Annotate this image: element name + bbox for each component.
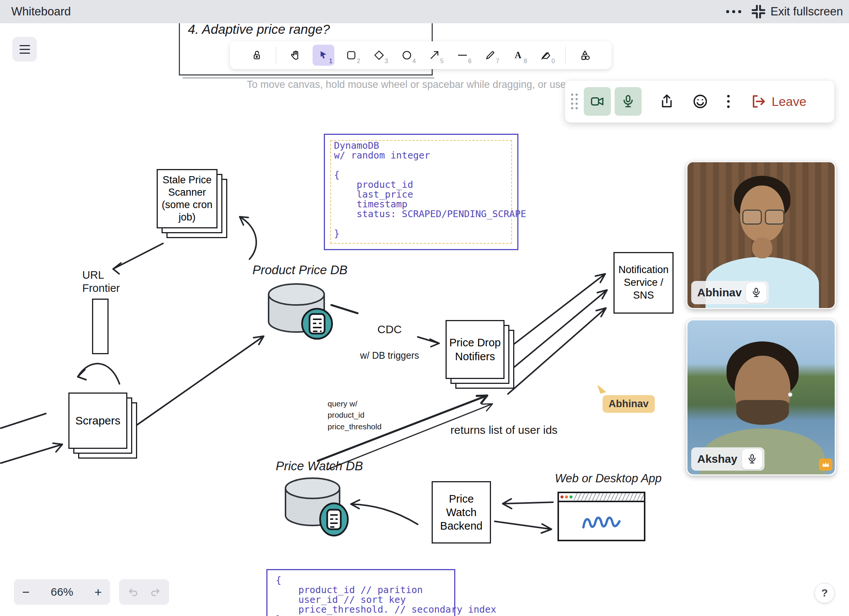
label-returns-user-ids[interactable]: returns list of user ids bbox=[450, 424, 557, 436]
arrow-frontier-to-scrapers-curved[interactable] bbox=[78, 364, 119, 384]
dynamodb-note-text: DynamoDBw/ random integer { product_id l… bbox=[334, 141, 526, 239]
zoom-in-button[interactable]: + bbox=[94, 586, 102, 598]
browser-titlebar bbox=[559, 493, 644, 502]
reactions-button[interactable] bbox=[692, 93, 709, 110]
eraser-tool-button[interactable]: 0 bbox=[535, 45, 557, 66]
unlocked-padlock-icon bbox=[251, 50, 262, 61]
schema-note-text: { product_id // parition user_id // sort… bbox=[276, 575, 496, 616]
draw-tool-button[interactable]: 7 bbox=[479, 45, 501, 66]
hand-icon bbox=[290, 50, 301, 61]
document-badge-icon bbox=[320, 503, 348, 536]
arrow-backend-to-watchdb[interactable] bbox=[351, 500, 418, 524]
drawing-toolbar: 1 2 3 4 5 bbox=[230, 41, 612, 69]
lock-tool-button[interactable] bbox=[246, 45, 267, 66]
more-options-icon[interactable] bbox=[726, 10, 741, 13]
exit-fullscreen-label: Exit fullscreen bbox=[770, 5, 843, 18]
arrow-notifiers-to-sns-2[interactable] bbox=[509, 290, 607, 371]
participant-tile-abhinav[interactable]: Abhinav bbox=[686, 161, 836, 309]
tool-shortcut: 8 bbox=[524, 58, 527, 65]
participant-tile-akshay[interactable]: Akshay bbox=[686, 319, 836, 476]
tool-shortcut: 1 bbox=[329, 58, 332, 65]
rectangle-tool-button[interactable]: 2 bbox=[340, 45, 362, 66]
rectangle-icon bbox=[346, 50, 357, 61]
exit-fullscreen-icon bbox=[752, 5, 765, 18]
schema-note-box[interactable]: { product_id // parition user_id // sort… bbox=[266, 569, 455, 616]
microphone-icon bbox=[751, 287, 762, 298]
pencil-icon bbox=[485, 50, 496, 61]
arrow-tool-button[interactable]: 5 bbox=[424, 45, 446, 66]
crown-icon bbox=[822, 461, 830, 468]
zoom-level[interactable]: 66% bbox=[51, 586, 73, 598]
diamond-tool-button[interactable]: 3 bbox=[368, 45, 390, 66]
arrow-into-scrapers-lower[interactable] bbox=[1, 443, 62, 463]
eraser-icon bbox=[540, 50, 551, 61]
participant-mic-button[interactable] bbox=[742, 449, 762, 469]
participant-nametag: Akshay bbox=[691, 447, 764, 471]
web-app-window[interactable] bbox=[557, 492, 645, 541]
notification-service-box[interactable]: Notification Service / SNS bbox=[613, 252, 674, 314]
document-badge-icon bbox=[302, 309, 332, 339]
arrow-db-to-scanner-curved[interactable] bbox=[240, 217, 256, 259]
arrow-notifiers-to-sns-3[interactable] bbox=[510, 274, 605, 347]
ellipse-icon bbox=[401, 50, 412, 61]
participant-name: Abhinav bbox=[697, 286, 742, 299]
arrow-notifiers-to-sns-1[interactable] bbox=[508, 308, 606, 394]
smiley-icon bbox=[692, 93, 709, 110]
exit-fullscreen-button[interactable]: Exit fullscreen bbox=[752, 5, 843, 18]
shapes-icon bbox=[579, 50, 591, 61]
ellipse-tool-button[interactable]: 4 bbox=[396, 45, 418, 66]
price-watch-backend-box[interactable]: Price Watch Backend bbox=[432, 481, 491, 544]
leave-label: Leave bbox=[772, 94, 807, 109]
arrow-scanner-to-frontier[interactable] bbox=[113, 243, 163, 274]
tool-shortcut: 5 bbox=[440, 58, 444, 65]
line-into-scrapers-upper[interactable] bbox=[1, 414, 46, 428]
undo-button[interactable] bbox=[127, 586, 139, 598]
share-button[interactable] bbox=[659, 94, 675, 109]
arrow-app-to-backend[interactable] bbox=[503, 499, 553, 509]
microphone-button[interactable] bbox=[615, 87, 642, 116]
participant-name: Akshay bbox=[697, 453, 737, 465]
arrow-scrapers-to-productdb[interactable] bbox=[137, 336, 264, 425]
svg-text:A: A bbox=[515, 50, 521, 60]
line-icon bbox=[457, 50, 468, 61]
tool-shortcut: 6 bbox=[468, 58, 471, 65]
share-icon bbox=[659, 94, 675, 109]
host-crown-badge bbox=[819, 459, 832, 471]
leave-button[interactable]: Leave bbox=[751, 94, 807, 109]
more-controls-button[interactable] bbox=[726, 93, 731, 110]
hand-tool-button[interactable] bbox=[285, 45, 307, 66]
redo-button[interactable] bbox=[149, 586, 161, 598]
extra-shapes-button[interactable] bbox=[574, 45, 596, 66]
history-bar bbox=[119, 579, 169, 605]
price-drop-notifiers-label: Price Drop Notifiers bbox=[446, 320, 505, 379]
label-web-or-desktop-app[interactable]: Web or Desktop App bbox=[555, 472, 662, 485]
label-product-price-db[interactable]: Product Price DB bbox=[252, 263, 347, 277]
collaborator-cursor-name: Abhinav bbox=[603, 395, 655, 413]
label-cdc[interactable]: CDC w/ DB triggers bbox=[358, 310, 421, 361]
arrow-icon bbox=[429, 50, 440, 61]
cdc-line2: w/ DB triggers bbox=[360, 350, 419, 361]
text-tool-button[interactable]: A 8 bbox=[507, 45, 529, 66]
video-camera-icon bbox=[590, 94, 605, 109]
participant-mic-button[interactable] bbox=[746, 282, 766, 303]
tool-shortcut: 3 bbox=[385, 58, 388, 65]
line-tool-button[interactable]: 6 bbox=[452, 45, 473, 66]
text-icon: A bbox=[512, 50, 524, 61]
label-price-watch-db[interactable]: Price Watch DB bbox=[276, 459, 363, 473]
arrow-backend-to-app[interactable] bbox=[495, 521, 551, 533]
camera-button[interactable] bbox=[584, 87, 611, 116]
leave-icon bbox=[751, 94, 766, 109]
menu-button[interactable] bbox=[12, 37, 37, 62]
whiteboard-app: 4. Adaptive price range? URL Frontier Pr… bbox=[0, 0, 849, 616]
label-url-frontier[interactable]: URL Frontier bbox=[82, 269, 120, 295]
url-frontier-queue-shape[interactable] bbox=[92, 299, 109, 354]
dynamodb-note-box[interactable]: DynamoDBw/ random integer { product_id l… bbox=[324, 134, 518, 250]
line-productdb-to-cdc[interactable] bbox=[331, 305, 358, 313]
help-button[interactable]: ? bbox=[814, 583, 835, 603]
drag-handle[interactable] bbox=[571, 94, 578, 109]
selection-tool-button[interactable]: 1 bbox=[313, 45, 334, 66]
participant-nametag: Abhinav bbox=[691, 281, 769, 304]
label-query-with[interactable]: query w/ product_id price_threshold bbox=[328, 398, 382, 432]
zoom-out-button[interactable]: − bbox=[22, 586, 30, 598]
note-adaptive-price-range[interactable]: 4. Adaptive price range? bbox=[188, 22, 330, 37]
